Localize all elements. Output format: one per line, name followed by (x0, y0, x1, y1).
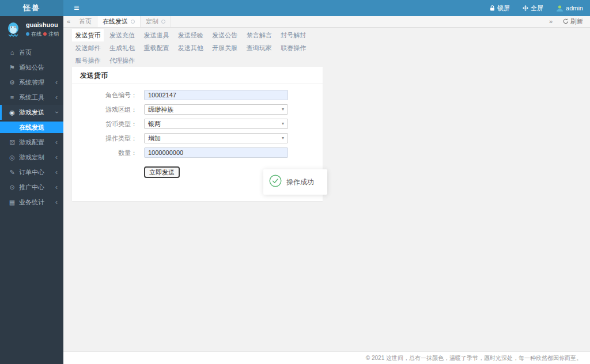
admin-avatar (556, 5, 563, 12)
refresh-button[interactable]: 刷新 (556, 17, 590, 26)
send-tab-other[interactable]: 发送其他 (175, 41, 206, 54)
footer-copyright: © 2021 这世间，总有一抹颜色，温暖了季节，愿时光深处，每一种欣然都因你而至… (63, 351, 590, 364)
tab-online-send-label: 在线发送 (103, 16, 128, 27)
send-tab-mute-unmute[interactable]: 禁言解言 (243, 29, 275, 41)
fullscreen-button[interactable]: 全屏 (523, 4, 543, 13)
tab-bar-right: » 刷新 (546, 16, 590, 27)
tab-close-icon[interactable] (161, 20, 165, 24)
send-tab-server-switch[interactable]: 开服关服 (209, 41, 241, 54)
send-tab-item[interactable]: 发送道具 (141, 29, 172, 41)
tabs-scroll-right-button[interactable]: » (546, 16, 556, 27)
form-row: 货币类型： 银两 ▾ (72, 119, 323, 129)
form-row: 数量： (72, 147, 323, 158)
sidebar-item-announcements[interactable]: ⚑ 通知公告 (0, 60, 63, 75)
send-tab-query-player[interactable]: 查询玩家 (243, 41, 275, 54)
chevron-left-icon: ‹ (55, 139, 58, 146)
tab-close-icon[interactable] (131, 20, 135, 24)
sidebar-item-system-tools[interactable]: ≡ 系统工具 ‹ (0, 90, 63, 105)
bullhorn-icon: ⚑ (8, 64, 16, 71)
dropdown-caret-icon: ▾ (282, 107, 284, 112)
chevron-left-icon: ‹ (55, 184, 58, 191)
game-zone-value: 缥缈神族 (148, 105, 173, 114)
chevron-left-icon: ‹ (55, 199, 58, 206)
tab-custom-label: 定制 (146, 16, 158, 27)
send-tab-server-ops[interactable]: 服号操作 (72, 54, 104, 67)
sidebar-username: guaishuou (26, 21, 59, 29)
game-zone-select[interactable]: 缥缈神族 ▾ (144, 104, 288, 115)
send-tab-ban-unban[interactable]: 封号解封 (278, 29, 309, 41)
sidebar-item-game-config[interactable]: ⚄ 游戏配置 ‹ (0, 135, 63, 150)
send-tab-giftpack[interactable]: 生成礼包 (106, 41, 138, 54)
lock-screen-label: 锁屏 (497, 4, 510, 13)
card-title: 发送货币 (72, 67, 323, 84)
top-bar-main: ≡ 锁屏 全屏 admin (63, 0, 590, 16)
user-menu[interactable]: admin (556, 5, 583, 12)
send-tab-notice[interactable]: 发送公告 (209, 29, 241, 41)
sidebar-item-system-management[interactable]: ⚙ 系统管理 ‹ (0, 75, 63, 90)
dropdown-caret-icon: ▾ (282, 136, 284, 141)
chevron-left-icon: ‹ (55, 169, 58, 176)
lock-icon (490, 5, 495, 11)
chevron-left-icon: ‹ (55, 154, 58, 161)
online-link[interactable]: 在线 (31, 31, 41, 38)
logout-link[interactable]: 注销 (48, 31, 59, 38)
top-bar: 怪兽 ≡ 锁屏 全屏 admin (0, 0, 590, 16)
lock-screen-button[interactable]: 锁屏 (490, 4, 510, 13)
sidebar-item-game-custom[interactable]: ◎ 游戏定制 ‹ (0, 150, 63, 165)
sidebar-item-home[interactable]: ⌂ 首页 (0, 45, 63, 60)
app-logo: 怪兽 (0, 0, 63, 16)
submit-button[interactable]: 立即发送 (144, 166, 180, 178)
sidebar-item-game-send[interactable]: ◉ 游戏发送 ‹ (0, 105, 63, 120)
sidebar-item-business-stats[interactable]: ▦ 业务统计 ‹ (0, 195, 63, 210)
chevron-left-icon: ‹ (55, 79, 58, 86)
sidebar-item-order-center[interactable]: ✎ 订单中心 ‹ (0, 165, 63, 180)
admin-app: 怪兽 ≡ 锁屏 全屏 admin (0, 0, 590, 364)
send-tab-mail[interactable]: 发送邮件 (72, 41, 104, 54)
operation-type-value: 增加 (148, 134, 161, 143)
send-tab-league-ops[interactable]: 联赛操作 (278, 41, 309, 54)
currency-type-value: 银两 (148, 120, 161, 128)
sidebar: guaishuou 在线 注销 ⌂ 首页 ⚑ 通知公告 ⚙ 系统管理 (0, 16, 63, 364)
logout-dot (43, 32, 47, 36)
top-bar-right: 锁屏 全屏 admin (477, 4, 583, 13)
headset-icon: ◎ (8, 154, 16, 161)
tabs-scroll-left-button[interactable]: « (63, 16, 74, 27)
amount-field[interactable] (144, 147, 288, 158)
fullscreen-label: 全屏 (531, 4, 543, 13)
operation-type-select[interactable]: 增加 ▾ (144, 133, 288, 143)
currency-type-label: 货币类型： (72, 120, 144, 128)
dice-icon: ⚄ (8, 139, 16, 146)
sidebar-subitem-online-send[interactable]: 在线发送 (0, 122, 63, 133)
user-avatar (5, 21, 22, 38)
send-tab-currency[interactable]: 发送货币 (72, 29, 104, 41)
send-tab-agent-ops[interactable]: 代理操作 (106, 54, 138, 67)
form-row: 操作类型： 增加 ▾ (72, 133, 323, 143)
user-info: guaishuou 在线 注销 (26, 21, 59, 38)
role-id-label: 角色编号： (72, 91, 144, 100)
send-tab-recharge[interactable]: 发送充值 (106, 29, 138, 41)
sidebar-item-promotion-center[interactable]: ⊙ 推广中心 ‹ (0, 180, 63, 195)
sidebar-menu: ⌂ 首页 ⚑ 通知公告 ⚙ 系统管理 ‹ ≡ 系统工具 ‹ ◉ 游戏发送 ‹ (0, 45, 63, 210)
home-icon: ⌂ (8, 49, 16, 56)
success-toast: 操作成功 (263, 169, 327, 195)
chart-icon: ▦ (8, 199, 16, 206)
currency-type-select[interactable]: 银两 ▾ (144, 119, 288, 129)
tools-icon: ≡ (8, 94, 16, 101)
send-currency-form: 角色编号： 游戏区组： 缥缈神族 ▾ 货币类型： 银两 ▾ (72, 84, 323, 178)
send-tab-exp[interactable]: 发送经验 (175, 29, 206, 41)
refresh-label: 刷新 (570, 17, 583, 26)
send-tabs-row: 发送邮件 生成礼包 重载配置 发送其他 开服关服 查询玩家 联赛操作 (72, 41, 590, 54)
sidebar-toggle-button[interactable]: ≡ (70, 3, 82, 13)
toast-message: 操作成功 (286, 177, 314, 187)
send-tab-reload-config[interactable]: 重载配置 (141, 41, 172, 54)
tab-custom[interactable]: 定制 (141, 16, 171, 27)
pencil-icon: ✎ (8, 169, 16, 176)
role-id-field[interactable] (144, 90, 288, 100)
tab-home[interactable]: 首页 (74, 16, 97, 27)
form-row: 角色编号： (72, 90, 323, 100)
send-tabs-row: 服号操作 代理操作 (72, 54, 590, 67)
chevron-left-icon: ‹ (55, 94, 58, 101)
online-dot (26, 32, 29, 36)
gamepad-icon: ◉ (8, 109, 16, 116)
tab-online-send[interactable]: 在线发送 (97, 16, 141, 27)
